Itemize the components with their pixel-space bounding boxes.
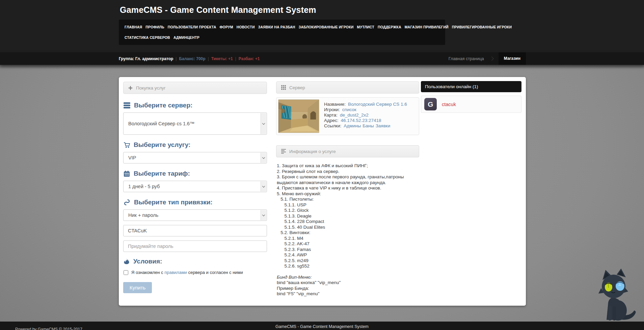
terms-checkbox[interactable] [124, 270, 128, 275]
terms-text: Я ознакомлен с правилами сервера и согла… [131, 270, 243, 275]
server-stack-icon [124, 102, 130, 109]
password-input[interactable] [123, 240, 267, 252]
nickname-input[interactable] [123, 225, 267, 236]
nav-item[interactable]: НОВОСТИ [235, 23, 257, 31]
nav-item[interactable]: ФОРУМ [218, 23, 235, 31]
map-link[interactable]: de_dust2_2x2 [340, 112, 369, 118]
server-detail-row: Игроки:список [324, 107, 407, 112]
chevron-down-icon [261, 181, 266, 192]
service-select[interactable]: VIP [123, 152, 267, 163]
bind-example-command: bind "F5" "vip_menu" [277, 291, 419, 297]
service-info-line: 5. Меню вип-оружий: [277, 191, 419, 197]
nav-item[interactable]: ПОЛЬЗОВАТЕЛИ ПРОЕКТА [166, 23, 218, 31]
server-detail-row: Карта:de_dust2_2x2 [324, 112, 407, 118]
bans-link[interactable]: Баны [363, 123, 374, 128]
map-thumbnail [278, 99, 319, 133]
requests-link[interactable]: Заявки [376, 123, 391, 128]
main-nav: ГЛАВНАЯПРОФИЛЬПОЛЬЗОВАТЕЛИ ПРОЕКТАФОРУМН… [119, 20, 445, 45]
purchase-panel: Покупка услуг Выберите сервер: Вологодск… [123, 82, 267, 293]
balance-link[interactable]: Баланс: 700р [179, 56, 205, 61]
terms-heading: Условия: [124, 258, 267, 265]
calendar-icon [124, 171, 130, 177]
service-info-line: 5.1.5. 40 Dual Elites [277, 225, 419, 230]
server-details: Название:Вологодский Сервер CS 1.6 Игрок… [324, 99, 407, 133]
user-info: Группа: Гл. администратор | Баланс: 700р… [119, 56, 260, 61]
server-detail-row: Ссылки:АдминыБаныЗаявки [324, 123, 407, 129]
admins-link[interactable]: Админы [344, 123, 361, 128]
buy-button[interactable]: Купить [123, 282, 152, 293]
bind-command: bind "ваша кнопка" "vip_menu" [277, 280, 419, 286]
chevron-down-icon [261, 153, 266, 163]
header: GameCMS - Game Content Management System… [0, 0, 644, 52]
service-info-line: 5.2.4. AWP [277, 252, 419, 258]
service-info-title: Информация о услуге [289, 149, 336, 154]
online-users-panel: Пользователи онлайн (1) G ctacuk [421, 81, 521, 113]
bind-example-label: Пример Бинда: [277, 286, 419, 291]
separator: | [176, 56, 177, 61]
server-select-value: Вологодский Сервер cs 1.6™ [128, 121, 195, 126]
nav-item[interactable]: ГЛАВНАЯ [123, 23, 144, 31]
service-info-line: 4. Приставка в чате VIP к нику и в табли… [277, 185, 419, 191]
bind-instructions: Бинд Вип-Меню: bind "ваша кнопка" "vip_m… [277, 275, 419, 297]
avatar: G [424, 98, 437, 110]
binding-select-value: Ник + пароль [128, 212, 158, 218]
grid-icon [281, 85, 286, 90]
main-content: Покупка услуг Выберите сервер: Вологодск… [0, 65, 644, 322]
service-info-text: 1. Защита от кика за АФК и высокий ПИНГ;… [277, 163, 419, 269]
nav-row-1: ГЛАВНАЯПРОФИЛЬПОЛЬЗОВАТЕЛИ ПРОЕКТАФОРУМН… [123, 23, 441, 31]
tariff-select[interactable]: 1 дней - 5 руб [123, 181, 267, 192]
server-name-link[interactable]: Вологодский Сервер CS 1.6 [348, 102, 407, 107]
plus-icon [128, 86, 133, 90]
footer: GameCMS - Game Content Management System… [0, 322, 644, 330]
binding-select[interactable]: Ник + пароль [123, 209, 267, 221]
tickets-link[interactable]: Тикеты: +1 [211, 56, 233, 61]
players-link[interactable]: список [342, 107, 356, 112]
server-panel: Сервер [276, 81, 419, 297]
service-info-header: Информация о услуге [276, 145, 419, 157]
breadcrumb-current: Магазин [499, 52, 526, 65]
online-user-row: G ctacuk [424, 98, 518, 110]
service-info-line: 5.2.2. AK-47 [277, 241, 419, 247]
rules-link[interactable]: правилами [164, 270, 187, 275]
service-info-line: 5.2.6. sg552 [277, 263, 419, 269]
server-detail-row: Адрес:46.174.52.23:27418 [324, 118, 407, 123]
unban-link[interactable]: Разбан: +1 [239, 56, 260, 61]
service-info-line: 5.2. Винтовки: [277, 230, 419, 236]
avatar-letter: G [428, 100, 433, 108]
tariff-select-value: 1 дней - 5 руб [128, 184, 160, 189]
nav-item[interactable]: СТАТИСТИКА СЕРВЕРОВ [123, 33, 172, 42]
cart-icon [124, 142, 130, 148]
server-panel-header: Сервер [276, 81, 419, 94]
nav-item[interactable]: МАГАЗИН ПРИВИЛЕГИЙ [403, 23, 450, 31]
server-select[interactable]: Вологодский Сервер cs 1.6™ [123, 112, 267, 135]
nav-item[interactable]: ПОДДЕРЖКА [376, 23, 403, 31]
site-title: GameCMS - Game Content Management System [120, 5, 526, 15]
address-link[interactable]: 46.174.52.23:27418 [341, 118, 381, 123]
page: GameCMS - Game Content Management System… [0, 0, 644, 330]
service-info-line: 5.1.1. USP [277, 202, 419, 208]
service-info-line: 5.1.4. 228 Compact [277, 219, 419, 225]
chevron-down-icon [261, 113, 266, 134]
tariff-field-heading: Выберите тариф: [124, 170, 267, 177]
nav-item[interactable]: ПРОФИЛЬ [144, 23, 166, 31]
nav-item[interactable]: ЗАБЛОКИРОВАННЫЕ ИГРОКИ [297, 23, 355, 31]
service-info-line: 5.1.3. Deagle [277, 213, 419, 219]
footer-copyright: Powered by GameCMS © 2015-2017 [15, 327, 82, 330]
align-left-icon [281, 149, 286, 154]
user-bar: Группа: Гл. администратор | Баланс: 700р… [0, 52, 644, 65]
content-card: Покупка услуг Выберите сервер: Вологодск… [119, 77, 526, 306]
service-info-line: 5.1. Пистолеты: [277, 197, 419, 202]
nav-item[interactable]: ПРИВИЛЕГИРОВАННЫЕ ИГРОКИ [450, 23, 513, 31]
breadcrumb: Главная страница Магазин [449, 52, 526, 65]
breadcrumb-home-link[interactable]: Главная страница [449, 56, 484, 61]
nav-item[interactable]: АДМИНЦЕНТР [172, 33, 201, 42]
service-info-line: 3. Броня с шлемом после первого раунда, … [277, 174, 419, 185]
service-info-line: 5.2.1. M4 [277, 236, 419, 242]
terms-row: Я ознакомлен с правилами сервера и согла… [124, 270, 267, 275]
online-users-list: G ctacuk [421, 96, 521, 113]
server-detail-row: Название:Вологодский Сервер CS 1.6 [324, 102, 407, 107]
nav-item[interactable]: МУТЛИСТ [355, 23, 376, 31]
nav-item[interactable]: ЗАЯВКИ НА РАЗБАН [257, 23, 297, 31]
purchase-panel-title: Покупка услуг [136, 85, 166, 91]
online-username-link[interactable]: ctacuk [442, 102, 456, 107]
